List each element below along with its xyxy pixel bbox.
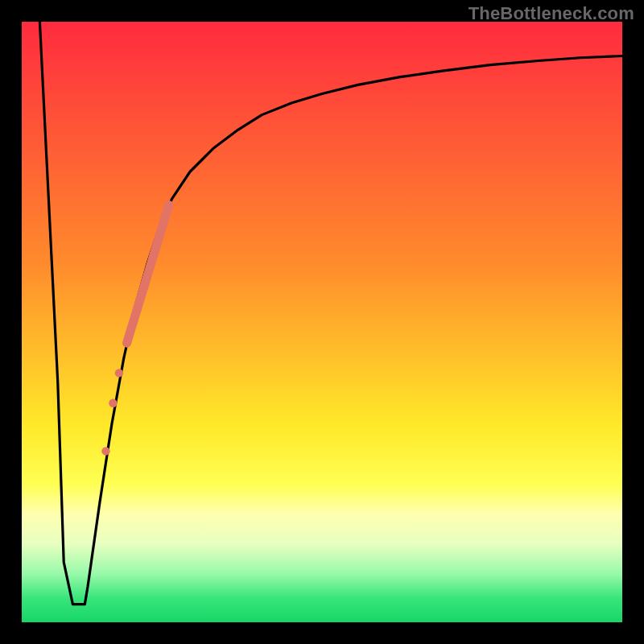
dot-3 — [101, 447, 109, 455]
chart-svg — [22, 22, 622, 622]
plot-area — [22, 22, 622, 622]
chart-container: TheBottleneck.com — [0, 0, 644, 644]
gradient-background — [22, 22, 622, 622]
dot-2 — [109, 399, 117, 407]
watermark-text: TheBottleneck.com — [469, 3, 634, 24]
dot-1 — [115, 369, 123, 377]
